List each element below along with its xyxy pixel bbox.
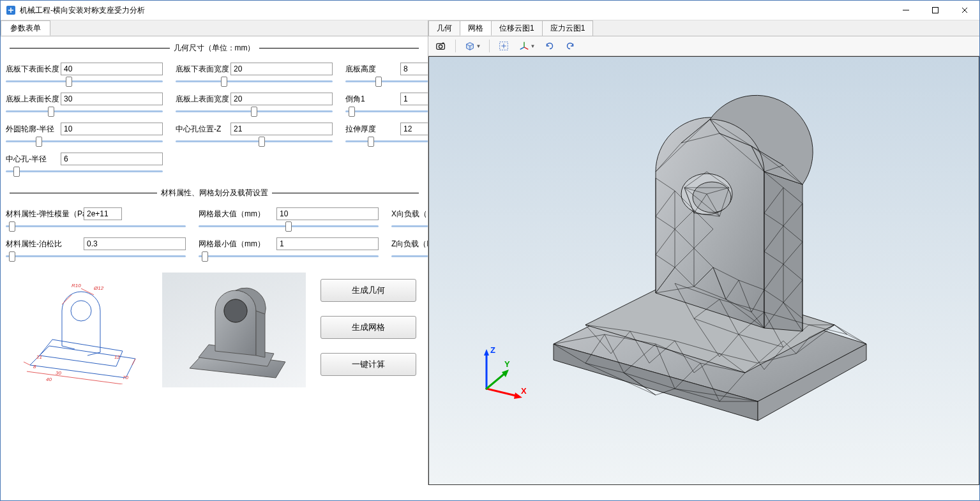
slider-f10[interactable] bbox=[6, 170, 163, 172]
viewport-toolbar: ▼ ▼ bbox=[428, 36, 979, 56]
svg-point-2 bbox=[71, 301, 91, 321]
right-panel: 几何 网格 位移云图1 应力云图1 ▼ ▼ bbox=[428, 20, 979, 485]
input-base-height[interactable] bbox=[400, 63, 428, 75]
label-f7: 外圆轮廓-半径 bbox=[6, 124, 57, 135]
slider-f4[interactable] bbox=[6, 110, 163, 112]
label-f1: 底板下表面长度 bbox=[6, 64, 57, 75]
tab-displacement[interactable]: 位移云图1 bbox=[491, 20, 543, 36]
svg-point-14 bbox=[439, 45, 442, 48]
svg-text:R10: R10 bbox=[72, 283, 81, 288]
axis-triad: Z Y X bbox=[474, 344, 531, 401]
wireframe-diagram: R10Ø12 4030 2112 708 bbox=[6, 273, 149, 387]
generate-geometry-button[interactable]: 生成几何 bbox=[320, 279, 416, 302]
slider-f3[interactable] bbox=[345, 80, 428, 82]
slider-f5[interactable] bbox=[176, 110, 333, 112]
input-mesh-min[interactable] bbox=[276, 237, 379, 250]
tab-mesh[interactable]: 网格 bbox=[460, 20, 492, 36]
generate-mesh-button[interactable]: 生成网格 bbox=[320, 316, 416, 339]
svg-text:30: 30 bbox=[56, 370, 61, 376]
input-e[interactable] bbox=[84, 207, 122, 220]
label-lz: Z向负载（N） bbox=[391, 239, 428, 250]
label-f10: 中心孔-半径 bbox=[6, 154, 57, 165]
svg-text:X: X bbox=[521, 386, 527, 396]
label-mn: 网格最小值（mm） bbox=[199, 239, 273, 250]
input-bottom-length[interactable] bbox=[61, 63, 163, 75]
section-geometry-title: 几何尺寸（单位：mm） bbox=[6, 43, 423, 54]
input-hole-radius[interactable] bbox=[61, 153, 163, 165]
input-hole-z[interactable] bbox=[230, 123, 333, 135]
svg-point-18 bbox=[693, 182, 731, 213]
input-bottom-width[interactable] bbox=[230, 63, 333, 75]
input-top-width[interactable] bbox=[230, 93, 333, 105]
svg-text:21: 21 bbox=[36, 354, 42, 360]
slider-nu[interactable] bbox=[6, 255, 186, 257]
label-mx: 网格最大值（mm） bbox=[199, 209, 273, 220]
input-mesh-max[interactable] bbox=[276, 207, 379, 220]
slider-f6[interactable] bbox=[345, 110, 428, 112]
svg-text:70: 70 bbox=[123, 375, 128, 380]
slider-f8[interactable] bbox=[176, 140, 333, 142]
label-f9: 拉伸厚度 bbox=[345, 124, 396, 135]
axis-xyz-icon[interactable]: ▼ bbox=[515, 38, 538, 54]
mesh-render bbox=[528, 89, 886, 427]
label-f5: 底板上表面宽度 bbox=[176, 94, 227, 105]
svg-text:Z: Z bbox=[490, 345, 495, 355]
tab-params[interactable]: 参数表单 bbox=[1, 20, 50, 36]
slider-mx[interactable] bbox=[199, 225, 379, 227]
svg-text:40: 40 bbox=[46, 377, 52, 382]
input-outer-radius[interactable] bbox=[61, 123, 163, 135]
label-nu: 材料属性-泊松比 bbox=[6, 239, 80, 250]
svg-line-21 bbox=[486, 389, 518, 396]
app-icon bbox=[6, 5, 16, 15]
svg-marker-20 bbox=[484, 349, 489, 355]
input-nu[interactable] bbox=[84, 237, 186, 250]
slider-f7[interactable] bbox=[6, 140, 163, 142]
label-f3: 底板高度 bbox=[345, 64, 396, 75]
camera-icon[interactable] bbox=[432, 38, 450, 54]
svg-text:Y: Y bbox=[504, 359, 510, 369]
window-title: 机械工程-横向安装对称支座受力分析 bbox=[20, 5, 891, 16]
label-f6: 倒角1 bbox=[345, 94, 396, 105]
svg-text:12: 12 bbox=[114, 354, 120, 360]
viewport-3d[interactable]: Z Y X bbox=[428, 56, 979, 485]
minimize-button[interactable] bbox=[891, 1, 921, 20]
tab-geometry[interactable]: 几何 bbox=[428, 20, 460, 36]
tab-stress[interactable]: 应力云图1 bbox=[542, 20, 594, 36]
slider-lx[interactable] bbox=[391, 225, 428, 227]
slider-e[interactable] bbox=[6, 225, 186, 227]
input-extrude[interactable] bbox=[400, 123, 428, 135]
titlebar: 机械工程-横向安装对称支座受力分析 bbox=[1, 1, 979, 20]
maximize-button[interactable] bbox=[921, 1, 950, 20]
slider-lz[interactable] bbox=[391, 255, 428, 257]
slider-mn[interactable] bbox=[199, 255, 379, 257]
view-cube-icon[interactable]: ▼ bbox=[461, 38, 484, 54]
label-e: 材料属性-弹性模量（Pa） bbox=[6, 209, 80, 220]
input-top-length[interactable] bbox=[61, 93, 163, 105]
slider-f2[interactable] bbox=[176, 80, 333, 82]
close-button[interactable] bbox=[950, 1, 979, 20]
svg-rect-15 bbox=[442, 43, 444, 44]
svg-text:Ø12: Ø12 bbox=[93, 285, 104, 291]
label-lx: X向负载（N） bbox=[391, 209, 428, 220]
app-window: 机械工程-横向安装对称支座受力分析 参数表单 几何尺寸（单位：mm） 底板下表面… bbox=[0, 0, 980, 501]
section-material-title: 材料属性、网格划分及载荷设置 bbox=[6, 188, 423, 198]
render-preview bbox=[162, 273, 306, 387]
svg-rect-1 bbox=[933, 8, 939, 13]
svg-line-23 bbox=[486, 373, 506, 389]
slider-f1[interactable] bbox=[6, 80, 163, 82]
label-f2: 底板下表面宽度 bbox=[176, 64, 227, 75]
rotate-ccw-icon[interactable] bbox=[541, 38, 559, 54]
rotate-cw-icon[interactable] bbox=[561, 38, 579, 54]
compute-button[interactable]: 一键计算 bbox=[320, 353, 416, 376]
svg-text:8: 8 bbox=[33, 364, 36, 370]
label-f8: 中心孔位置-Z bbox=[176, 124, 227, 135]
input-chamfer[interactable] bbox=[400, 93, 428, 105]
slider-f9[interactable] bbox=[345, 140, 428, 142]
label-f4: 底板上表面长度 bbox=[6, 94, 57, 105]
fit-view-icon[interactable] bbox=[495, 38, 513, 54]
left-panel: 参数表单 几何尺寸（单位：mm） 底板下表面长度 底板下表面宽度 底板高度 底板… bbox=[1, 20, 428, 485]
